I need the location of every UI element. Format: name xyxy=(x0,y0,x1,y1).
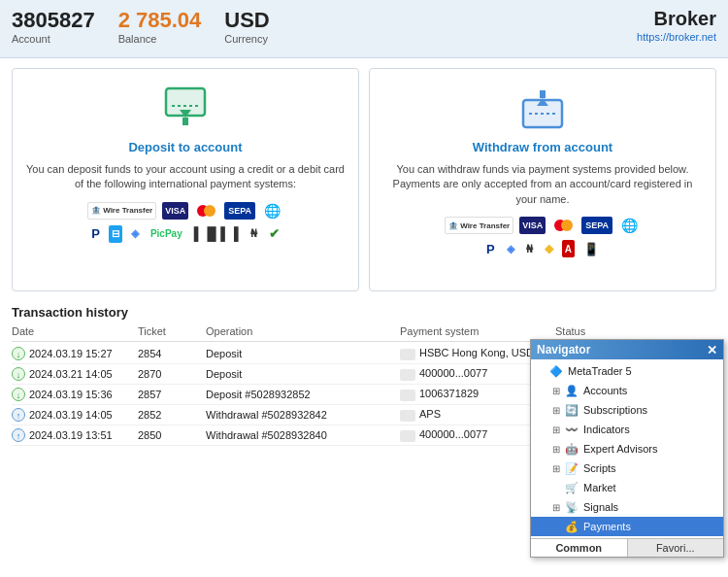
withdraw-diamond-icon: ◈ xyxy=(504,240,517,257)
deposit-desc: You can deposit funds to your account us… xyxy=(26,162,345,192)
main-content: Deposit to account You can deposit funds… xyxy=(0,58,728,577)
mastercard-icon xyxy=(194,202,218,220)
cards-row: Deposit to account You can deposit funds… xyxy=(12,68,716,291)
deposit-title: Deposit to account xyxy=(26,140,345,154)
navigator-popup: Navigator ✕ 🔷MetaTrader 5⊞👤Accounts⊞🔄Sub… xyxy=(530,339,724,558)
naira-icon: ₦ xyxy=(248,225,260,243)
expand-icon: ⊞ xyxy=(552,424,564,435)
nav-item-payments[interactable]: 💰Payments xyxy=(531,517,723,536)
svg-rect-9 xyxy=(540,90,546,98)
nav-item-scripts[interactable]: ⊞📝Scripts xyxy=(531,458,723,478)
cell-ticket: 2854 xyxy=(138,348,206,359)
nav-item-label: MetaTrader 5 xyxy=(568,365,632,377)
payment-icon xyxy=(400,349,415,360)
nav-item-icon: 〰️ xyxy=(564,422,579,437)
cell-ticket: 2857 xyxy=(138,389,206,400)
barcode-icon: ▌▐▌▌▐ xyxy=(191,225,242,243)
row-status-icon: ↓ xyxy=(12,388,25,401)
nav-item-expert-advisors[interactable]: ⊞🤖Expert Advisors xyxy=(531,439,723,458)
cell-date: ↓ 2024.03.19 15:27 xyxy=(12,347,138,360)
check-icon: ✔ xyxy=(266,225,282,243)
cell-ticket: 2852 xyxy=(138,409,206,421)
navigator-close-button[interactable]: ✕ xyxy=(707,344,717,356)
visa-icon: VISA xyxy=(162,202,188,220)
nav-item-icon: 🔷 xyxy=(548,363,564,379)
navigator-footer: CommonFavori... xyxy=(531,538,723,557)
withdraw-paypal-icon: P xyxy=(483,240,498,257)
col-ticket: Ticket xyxy=(138,325,206,337)
nav-item-icon: 👤 xyxy=(564,383,579,398)
broker-url[interactable]: https://broker.net xyxy=(637,31,716,43)
withdraw-wire-icon: 🏦 Wire Transfer xyxy=(445,217,513,234)
account-number-block: 3805827 Account xyxy=(12,8,95,45)
nav-footer-tab-common[interactable]: Common xyxy=(531,539,628,557)
col-operation: Operation xyxy=(206,325,400,337)
withdraw-card: Withdraw from account You can withdraw f… xyxy=(369,68,716,291)
col-status: Status xyxy=(555,325,652,337)
expand-icon: ⊞ xyxy=(552,463,564,474)
balance-block: 2 785.04 Balance xyxy=(118,8,202,45)
nav-item-label: Accounts xyxy=(583,385,627,396)
deposit-icon xyxy=(26,85,345,134)
cell-date: ↑ 2024.03.19 13:51 xyxy=(12,428,138,442)
navigator-titlebar: Navigator ✕ xyxy=(531,340,723,359)
withdraw-binance-icon: ◆ xyxy=(542,240,556,257)
expand-icon: ⊞ xyxy=(552,444,564,455)
expand-icon: ⊞ xyxy=(552,405,564,416)
nav-item-subscriptions[interactable]: ⊞🔄Subscriptions xyxy=(531,400,723,420)
nav-item-icon: 🤖 xyxy=(564,441,579,457)
withdraw-title: Withdraw from account xyxy=(383,140,702,154)
svg-rect-4 xyxy=(182,118,188,125)
googlepay-icon: ◈ xyxy=(128,225,142,243)
payment-icon xyxy=(400,430,415,442)
cell-operation: Deposit #5028932852 xyxy=(206,389,400,400)
broker-name: Broker xyxy=(637,8,716,30)
broker-info: Broker https://broker.net xyxy=(637,8,716,44)
nav-item-icon: 🛒 xyxy=(564,480,579,495)
currency-label: Currency xyxy=(224,33,269,45)
nav-item-label: Scripts xyxy=(583,462,616,474)
payment-icon xyxy=(400,369,415,381)
withdraw-sepa-icon: SEPA xyxy=(581,217,612,234)
row-status-icon: ↑ xyxy=(12,428,25,442)
nav-item-label: Indicators xyxy=(583,424,630,435)
currency-block: USD Currency xyxy=(224,8,269,45)
nav-footer-tab-favori[interactable]: Favori... xyxy=(628,539,724,557)
withdraw-naira-icon: ₦ xyxy=(523,240,536,257)
header: 3805827 Account 2 785.04 Balance USD Cur… xyxy=(0,0,728,58)
navigator-title: Navigator xyxy=(537,343,590,356)
nav-item-icon: 💰 xyxy=(564,519,579,534)
balance-value: 2 785.04 xyxy=(118,8,202,33)
payment-icon xyxy=(400,390,415,401)
col-payment: Payment system xyxy=(400,325,555,337)
nav-item-accounts[interactable]: ⊞👤Accounts xyxy=(531,381,723,400)
nav-item-label: Expert Advisors xyxy=(583,443,657,455)
cell-operation: Deposit xyxy=(206,348,400,359)
withdraw-icon xyxy=(383,85,702,134)
cell-operation: Deposit xyxy=(206,368,400,380)
nav-item-icon: 🔄 xyxy=(564,402,579,418)
deposit-payment-icons-row2: P ⊟ ◈ PicPay ▌▐▌▌▐ ₦ ✔ xyxy=(26,225,345,243)
nav-item-indicators[interactable]: ⊞〰️Indicators xyxy=(531,420,723,439)
nav-item-market[interactable]: 🛒Market xyxy=(531,478,723,497)
nav-item-signals[interactable]: ⊞📡Signals xyxy=(531,497,723,517)
deposit-card: Deposit to account You can deposit funds… xyxy=(12,68,359,291)
cell-date: ↑ 2024.03.19 14:05 xyxy=(12,408,138,422)
cell-ticket: 2850 xyxy=(138,429,206,441)
header-account-info: 3805827 Account 2 785.04 Balance USD Cur… xyxy=(12,8,270,45)
payment-icon xyxy=(400,410,415,422)
withdraw-payment-icons-row2: P ◈ ₦ ◆ A 📱 xyxy=(383,240,702,257)
nav-item-label: Market xyxy=(583,482,616,493)
nav-item-metatrader-5[interactable]: 🔷MetaTrader 5 xyxy=(531,361,723,381)
nav-item-icon: 📝 xyxy=(564,460,579,476)
nav-item-label: Signals xyxy=(583,501,618,513)
paypal-icon: P xyxy=(88,225,103,243)
balance-label: Balance xyxy=(118,33,202,45)
withdraw-phone-icon: 📱 xyxy=(580,240,602,257)
sepa-icon: SEPA xyxy=(224,202,255,220)
wire-transfer-icon: 🏦 Wire Transfer xyxy=(87,202,156,220)
withdraw-desc: You can withdraw funds via payment syste… xyxy=(383,162,702,207)
row-status-icon: ↓ xyxy=(12,347,25,360)
row-status-icon: ↓ xyxy=(12,367,25,381)
withdraw-mc-icon xyxy=(551,217,576,234)
